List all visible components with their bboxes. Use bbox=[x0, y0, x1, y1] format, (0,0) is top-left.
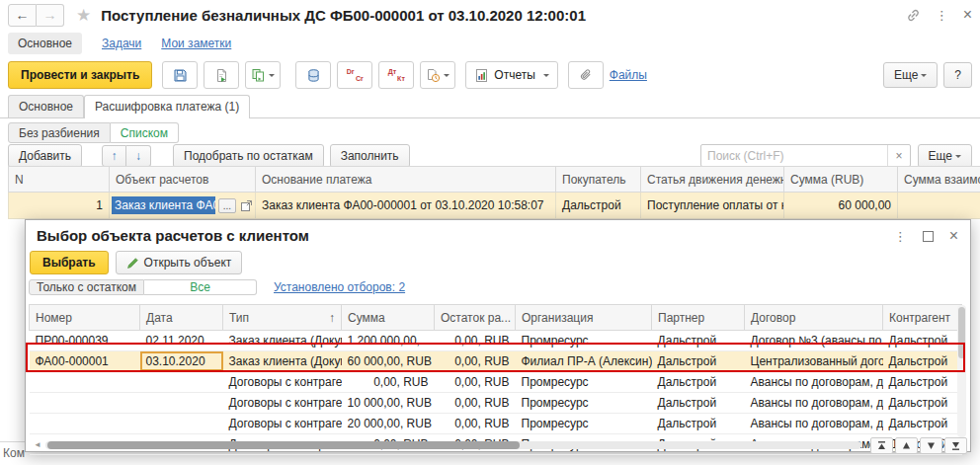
create-based-on-button[interactable] bbox=[245, 61, 281, 89]
toolbar-more-button[interactable]: Еще bbox=[883, 62, 938, 88]
go-last-button[interactable] bbox=[944, 437, 967, 454]
cell-n[interactable]: 1 bbox=[9, 193, 110, 219]
cell-counterparty[interactable]: Дальстрой bbox=[883, 372, 962, 393]
go-down-button[interactable] bbox=[920, 437, 942, 454]
cell-partner[interactable]: Дальстрой bbox=[652, 393, 745, 414]
dialog-more-icon[interactable]: ⋮ bbox=[894, 229, 907, 244]
cell-balance[interactable]: 0,00, RUB bbox=[435, 414, 516, 434]
window-close-icon[interactable]: × bbox=[963, 6, 972, 24]
post-document-button[interactable] bbox=[204, 61, 239, 89]
cell-cashflow[interactable]: Поступление оплаты от кли... bbox=[641, 193, 784, 219]
post-and-close-button[interactable]: Провести и закрыть bbox=[8, 61, 152, 89]
cell-number[interactable]: ПР00-000039 bbox=[30, 331, 140, 351]
col-counterparty[interactable]: Контрагент bbox=[883, 305, 962, 331]
files-link[interactable]: Файлы bbox=[610, 68, 647, 82]
toggle-as-list[interactable]: Списком bbox=[111, 122, 179, 143]
cell-contract[interactable]: Договор №3 (авансы по за... bbox=[745, 331, 883, 351]
pick-by-balance-button[interactable]: Подобрать по остаткам bbox=[173, 144, 324, 168]
col-settlement[interactable]: Сумма взаимор bbox=[898, 167, 980, 193]
cell-contract[interactable]: Авансы по договорам, доп... bbox=[745, 393, 883, 414]
col-number[interactable]: Номер bbox=[30, 305, 140, 331]
col-contract[interactable]: Договор bbox=[745, 305, 883, 331]
cell-type[interactable]: Договоры с контрагент... bbox=[223, 372, 342, 393]
col-cashflow[interactable]: Статья движения денежны... bbox=[641, 167, 784, 193]
cell-organization[interactable]: Промресурс bbox=[516, 393, 652, 414]
toggle-all[interactable]: Все bbox=[144, 279, 257, 295]
list-item[interactable]: Договоры с контрагент... 10 000,00, RUB … bbox=[30, 393, 962, 414]
go-up-button[interactable] bbox=[895, 437, 918, 454]
back-button[interactable]: ← bbox=[8, 4, 37, 27]
open-object-button[interactable]: Открыть объект bbox=[116, 251, 243, 274]
cell-settlement[interactable] bbox=[898, 193, 980, 219]
cell-organization[interactable]: Промресурс bbox=[516, 372, 652, 393]
cell-partner[interactable]: Дальстрой bbox=[652, 414, 745, 434]
col-basis[interactable]: Основание платежа bbox=[256, 167, 556, 193]
toggle-no-split[interactable]: Без разбиения bbox=[8, 122, 111, 143]
cell-organization[interactable]: Промресурс bbox=[516, 414, 652, 434]
cell-type[interactable]: Договоры с контрагент... bbox=[223, 414, 342, 434]
col-buyer[interactable]: Покупатель bbox=[556, 167, 641, 193]
vertical-scrollbar[interactable] bbox=[957, 305, 966, 437]
choose-button[interactable]: ... bbox=[218, 198, 236, 213]
cell-buyer[interactable]: Дальстрой bbox=[556, 193, 641, 219]
cell-contract[interactable]: Авансы по договорам, доп... bbox=[745, 414, 883, 434]
cell-number[interactable] bbox=[30, 414, 140, 434]
cell-counterparty[interactable]: Дальстрой bbox=[883, 331, 962, 351]
cell-date[interactable] bbox=[140, 414, 223, 434]
cell-partner[interactable]: Дальстрой bbox=[652, 372, 745, 393]
select-button[interactable]: Выбрать bbox=[30, 251, 109, 274]
table-more-button[interactable]: Еще bbox=[918, 144, 972, 168]
col-date[interactable]: Дата bbox=[140, 305, 223, 331]
list-item-selected[interactable]: ФА00-000001 03.10.2020 Заказ клиента (До… bbox=[30, 351, 962, 372]
cell-date[interactable] bbox=[140, 393, 223, 414]
cell-object[interactable]: Заказ клиента ФА00-000 ... bbox=[110, 193, 256, 219]
window-more-icon[interactable]: ⋮ bbox=[936, 8, 948, 23]
cell-sum[interactable]: 1 200 000,00, ... bbox=[342, 331, 435, 351]
cell-balance[interactable]: 0,00, RUB bbox=[435, 351, 516, 372]
cell-partner[interactable]: Дальстрой bbox=[652, 351, 745, 372]
horizontal-scrollbar-thumb[interactable] bbox=[47, 441, 520, 449]
filters-set-link[interactable]: Установлено отборов: 2 bbox=[274, 280, 405, 294]
cell-balance[interactable]: 0,00, RUB bbox=[435, 372, 516, 393]
search-clear-icon[interactable]: × bbox=[887, 145, 910, 166]
cell-type[interactable]: Заказ клиента (Документ) bbox=[223, 351, 342, 372]
add-button[interactable]: Добавить bbox=[8, 144, 82, 168]
tab-tasks[interactable]: Задачи bbox=[102, 37, 141, 50]
subtab-main[interactable]: Основное bbox=[8, 95, 84, 117]
tab-main[interactable]: Основное bbox=[8, 33, 82, 54]
cell-sum[interactable]: 60 000,00, RUB bbox=[342, 351, 435, 372]
attach-button[interactable] bbox=[568, 61, 604, 89]
list-item[interactable]: ПР00-000039 02.11.2020 Заказ клиента (До… bbox=[30, 331, 962, 351]
vertical-scrollbar-thumb[interactable] bbox=[958, 307, 965, 358]
forward-button[interactable]: → bbox=[37, 4, 64, 27]
link-icon[interactable] bbox=[906, 8, 921, 23]
favorite-star-icon[interactable]: ★ bbox=[76, 5, 91, 26]
help-button[interactable]: ? bbox=[943, 62, 972, 88]
dialog-close-icon[interactable]: × bbox=[949, 227, 958, 245]
col-balance[interactable]: Остаток ра... bbox=[435, 305, 516, 331]
cell-sum[interactable]: 20 000,00, RUB bbox=[342, 414, 435, 434]
subtab-payment-breakdown[interactable]: Расшифровка платежа (1) bbox=[84, 95, 250, 118]
move-up-button[interactable]: ↑ bbox=[102, 145, 126, 167]
cell-sum[interactable]: 0,00, RUB bbox=[342, 372, 435, 393]
cell-number[interactable] bbox=[30, 393, 140, 414]
col-object[interactable]: Объект расчетов bbox=[110, 167, 256, 193]
cell-balance[interactable]: 0,00, RUB bbox=[435, 331, 516, 351]
cell-counterparty[interactable]: Дальстрой bbox=[883, 393, 962, 414]
dt-kt-button[interactable]: ДтКт bbox=[378, 61, 414, 89]
cell-date-focused[interactable]: 03.10.2020 bbox=[140, 351, 223, 372]
cell-counterparty[interactable]: Дальстрой bbox=[883, 414, 962, 434]
col-n[interactable]: N bbox=[9, 167, 110, 193]
horizontal-scrollbar[interactable] bbox=[45, 441, 861, 449]
cell-sum[interactable]: 10 000,00, RUB bbox=[342, 393, 435, 414]
selected-object-value[interactable]: Заказ клиента ФА00-000 bbox=[112, 196, 215, 214]
cell-amount[interactable]: 60 000,00 bbox=[784, 193, 898, 219]
document-history-button[interactable] bbox=[420, 61, 455, 89]
cell-organization[interactable]: Промресурс bbox=[516, 331, 652, 351]
col-type[interactable]: Тип↑ bbox=[223, 305, 342, 331]
cell-partner[interactable]: Дальстрой bbox=[652, 331, 745, 351]
list-item[interactable]: Договоры с контрагент... 0,00, RUB 0,00,… bbox=[30, 372, 962, 393]
registers-button[interactable] bbox=[295, 61, 331, 89]
fill-button[interactable]: Заполнить bbox=[330, 144, 410, 168]
cell-date[interactable]: 02.11.2020 bbox=[140, 331, 223, 351]
